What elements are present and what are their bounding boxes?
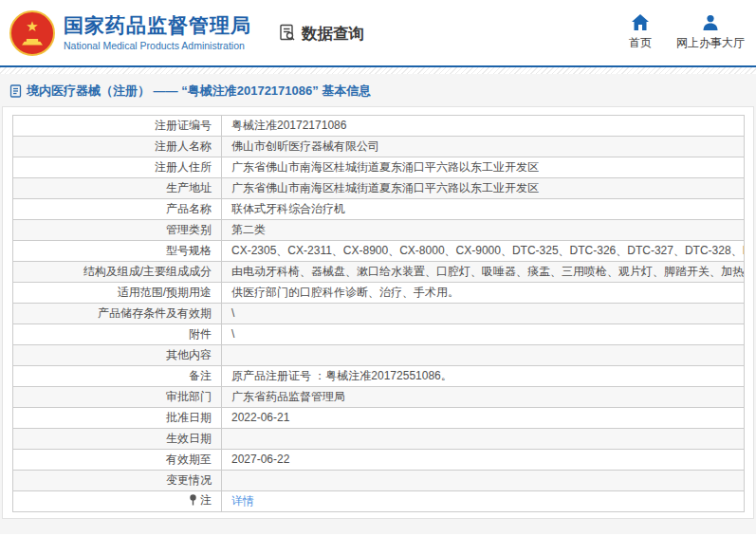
agency-title-cn: 国家药品监督管理局 [64, 14, 251, 37]
table-row: 注册证编号粤械注准20172171086 [13, 116, 745, 137]
breadcrumb-text: 境内医疗器械（注册） —— “粤械注准20172171086” 基本信息 [27, 83, 371, 100]
row-label: 注 [13, 491, 222, 512]
emblem-gate-icon [22, 39, 43, 46]
hatch-divider [0, 67, 756, 74]
row-label: 产品名称 [13, 199, 222, 220]
table-row: 生效日期 [13, 429, 745, 450]
data-query-label: 数据查询 [302, 24, 364, 45]
row-value: 广东省佛山市南海区桂城街道夏东涌口平六路以东工业开发区 [222, 178, 745, 199]
row-label: 审批部门 [13, 387, 222, 408]
row-value [222, 345, 745, 366]
row-label: 有效期至 [13, 450, 222, 471]
user-icon [701, 14, 720, 31]
table-row: 注册人住所广东省佛山市南海区桂城街道夏东涌口平六路以东工业开发区 [13, 157, 745, 178]
row-label: 管理类别 [13, 220, 222, 241]
row-label: 注册人住所 [13, 157, 222, 178]
nav-home[interactable]: 首页 [629, 14, 652, 51]
document-icon [9, 84, 22, 98]
row-label: 型号规格 [13, 241, 222, 262]
row-value: 广东省佛山市南海区桂城街道夏东涌口平六路以东工业开发区 [222, 157, 745, 178]
row-label: 生产地址 [13, 178, 222, 199]
table-row: 注册人名称佛山市创昕医疗器械有限公司 [13, 137, 745, 157]
row-label: 注册人名称 [13, 137, 222, 157]
row-label: 变更情况 [13, 471, 222, 491]
row-value: 2027-06-22 [222, 450, 745, 471]
emblem-star-icon: ★ [26, 19, 38, 33]
nav-home-label: 首页 [629, 35, 652, 51]
row-value: 佛山市创昕医疗器械有限公司 [222, 137, 745, 157]
table-row: 审批部门广东省药品监督管理局 [13, 387, 745, 408]
table-row: 有效期至2027-06-22 [13, 450, 745, 471]
row-value: \ [222, 324, 745, 345]
row-value: 2022-06-21 [222, 408, 745, 429]
table-row: 其他内容 [13, 345, 745, 366]
table-row: 变更情况 [13, 471, 745, 491]
row-label: 附件 [13, 324, 222, 345]
table-row: 批准日期2022-06-21 [13, 408, 745, 429]
home-icon [631, 14, 650, 31]
row-label: 结构及组成/主要组成成分 [13, 262, 222, 283]
pin-icon [189, 494, 197, 509]
page-body: 境内医疗器械（注册） —— “粤械注准20172171086” 基本信息 注册证… [0, 74, 756, 534]
content-panel: 注册证编号粤械注准20172171086注册人名称佛山市创昕医疗器械有限公司注册… [2, 106, 754, 519]
document-search-icon [278, 23, 297, 46]
agency-title-en: National Medical Products Administration [64, 40, 251, 51]
table-row: 型号规格CX-2305、CX-2311、CX-8900、CX-8000、CX-9… [13, 241, 745, 262]
row-label: 产品储存条件及有效期 [13, 304, 222, 324]
row-value [222, 471, 745, 491]
row-value: 粤械注准20172171086 [222, 116, 745, 137]
detail-link[interactable]: 详情 [231, 494, 254, 508]
row-value: 供医疗部门的口腔科作诊断、治疗、手术用。 [222, 283, 745, 304]
national-emblem-logo: ★ [9, 10, 55, 56]
row-value: 详情 [222, 491, 745, 512]
table-row: 产品名称联体式牙科综合治疗机 [13, 199, 745, 220]
table-row: 备注原产品注册证号 ：粤械注准20172551086。 [13, 366, 745, 387]
row-value: 由电动牙科椅、器械盘、漱口给水装置、口腔灯、吸唾器、痰盂、三用喷枪、观片灯、脚踏… [222, 262, 745, 283]
row-value: 联体式牙科综合治疗机 [222, 199, 745, 220]
row-value [222, 429, 745, 450]
row-value: 第二类 [222, 220, 745, 241]
header-nav: 首页 网上办事大厅 [629, 14, 745, 51]
nav-service-hall[interactable]: 网上办事大厅 [676, 14, 745, 51]
row-label: 注册证编号 [13, 116, 222, 137]
row-value: \ [222, 304, 745, 324]
row-label: 其他内容 [13, 345, 222, 366]
agency-title-block: 国家药品监督管理局 National Medical Products Admi… [64, 14, 251, 51]
row-value: 广东省药品监督管理局 [222, 387, 745, 408]
nav-service-hall-label: 网上办事大厅 [676, 35, 745, 51]
table-row: 结构及组成/主要组成成分由电动牙科椅、器械盘、漱口给水装置、口腔灯、吸唾器、痰盂… [13, 262, 745, 283]
table-row: 生产地址广东省佛山市南海区桂城街道夏东涌口平六路以东工业开发区 [13, 178, 745, 199]
row-value: 原产品注册证号 ：粤械注准20172551086。 [222, 366, 745, 387]
row-label: 批准日期 [13, 408, 222, 429]
row-label: 生效日期 [13, 429, 222, 450]
breadcrumb: 境内医疗器械（注册） —— “粤械注准20172171086” 基本信息 [0, 74, 756, 106]
table-row: 适用范围/预期用途供医疗部门的口腔科作诊断、治疗、手术用。 [13, 283, 745, 304]
info-table: 注册证编号粤械注准20172171086注册人名称佛山市创昕医疗器械有限公司注册… [12, 115, 745, 512]
row-value: CX-2305、CX-2311、CX-8900、CX-8000、CX-9000、… [222, 241, 745, 262]
row-label: 备注 [13, 366, 222, 387]
site-header: ★ 国家药品监督管理局 National Medical Products Ad… [0, 0, 756, 67]
table-row: 管理类别第二类 [13, 220, 745, 241]
row-label: 适用范围/预期用途 [13, 283, 222, 304]
table-row: 附件\ [13, 324, 745, 345]
table-row: 注详情 [13, 491, 745, 512]
data-query-heading: 数据查询 [278, 23, 364, 46]
table-row: 产品储存条件及有效期\ [13, 304, 745, 324]
